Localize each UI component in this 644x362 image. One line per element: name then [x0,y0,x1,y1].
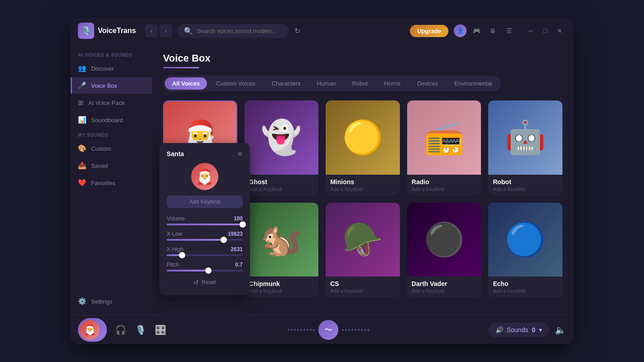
dot [367,329,369,331]
dot [342,329,344,331]
dot [300,329,302,331]
sidebar-label-saved: Saved [91,162,108,169]
search-icon: 🔍 [184,27,193,35]
sidebar-label-voicebox: Voice Box [91,82,117,89]
xlow-slider-track[interactable] [167,239,243,241]
waveform-area: 〜 [174,320,483,340]
popup-close-button[interactable]: ✕ [237,150,243,157]
sidebar-item-saved[interactable]: 📥 Saved [71,157,152,174]
sidebar-label-settings: Settings [91,298,112,305]
xhigh-slider-row: X-High 2631 [167,246,243,256]
sounds-chevron-icon: ▾ [539,326,542,333]
reset-icon: ↺ [193,279,199,286]
sidebar-label-favorites: Favorites [91,180,115,186]
sidebar-section-my: MY SOUNDS [71,129,152,139]
sounds-count: 0 [532,326,535,333]
bottom-bar: 🎅 🎧 🎙️ 🎛️ 〜 [71,315,573,344]
forward-button[interactable]: › [159,24,172,37]
minimize-button[interactable]: ─ [524,24,537,37]
discord-icon[interactable]: 🎮 [470,24,483,37]
dot [310,329,312,331]
menu-icon[interactable]: ☰ [503,24,515,37]
title-bar: 🎙️ VoiceTrans ‹ › 🔍 ↻ Upgrade 👤 🎮 🖥 ☰ ─ … [71,18,573,43]
popup-overlay: Santa ✕ 🎅 Add Keybind Volume 100 [152,43,573,315]
dot [348,329,350,331]
sidebar-item-voicebox[interactable]: 🎤 Voice Box [71,77,152,94]
app-logo-icon: 🎙️ [78,23,94,39]
volume-slider-track[interactable] [167,224,243,225]
window-controls: ─ □ ✕ [524,24,566,37]
sidebar-item-discover[interactable]: 👥 Discover [71,60,152,76]
nav-arrows: ‹ › [145,24,172,37]
xlow-slider-row: X-Low 19823 [167,231,243,241]
sidebar-item-custom[interactable]: 🎨 Custom [71,140,152,157]
waveform-icon[interactable]: 〜 [318,320,338,340]
sidebar-section-ai: AI VOICES & SOUNDS [71,49,152,59]
dot [351,329,353,331]
waveform-dots-right [342,329,369,331]
volume-slider-row: Volume 100 [167,215,243,225]
back-button[interactable]: ‹ [145,24,158,37]
search-input[interactable] [197,28,283,34]
sidebar-item-settings[interactable]: ⚙️ Settings [71,293,152,310]
discover-icon: 👥 [78,64,87,72]
mic-icon[interactable]: 🎙️ [132,322,149,338]
pitch-slider-row: Pitch 0.7 [167,262,243,272]
xlow-label: X-Low [167,231,182,237]
custom-icon: 🎨 [78,144,87,152]
maximize-button[interactable]: □ [539,24,552,37]
dot [307,329,308,331]
refresh-icon[interactable]: ↻ [294,27,300,35]
popup-avatar: 🎅 [191,163,218,190]
sidebar-label-soundboard: Soundboard [91,117,123,124]
sounds-label: Sounds [507,326,528,333]
dot [364,329,366,331]
content-area: Voice Box All Voices Custom Voices Chara… [152,43,573,315]
volume-icon[interactable]: 🔈 [555,324,566,335]
dot [355,329,356,331]
dot [291,329,293,331]
title-icons: 👤 🎮 🖥 ☰ [454,24,515,37]
settings-icon: ⚙️ [78,297,87,305]
soundboard-icon: 📊 [78,116,87,124]
volume-value: 100 [234,215,243,222]
dot [297,329,299,331]
sidebar-item-favorites[interactable]: ❤️ Favorites [71,175,152,191]
sidebar-label-custom: Custom [91,145,111,152]
screen-icon[interactable]: 🖥 [486,24,499,37]
dot [358,329,360,331]
upgrade-button[interactable]: Upgrade [410,25,448,37]
pitch-value: 0.7 [235,262,243,268]
bottom-player[interactable]: 🎅 [78,318,107,342]
popup-title: Santa [167,150,184,157]
sidebar-label-discover: Discover [91,65,114,72]
dot [288,329,289,331]
app-name: VoiceTrans [98,27,136,35]
popup-header: Santa ✕ [167,150,243,157]
headphone-icon[interactable]: 🎧 [112,322,129,338]
equalizer-icon[interactable]: 🎛️ [152,322,168,338]
xhigh-value: 2631 [231,246,243,252]
voicebox-icon: 🎤 [78,81,87,90]
pitch-slider-track[interactable] [167,270,243,272]
dot [313,329,315,331]
reset-button[interactable]: ↺ Reset [190,277,219,288]
search-bar[interactable]: 🔍 [178,24,289,38]
user-avatar-icon[interactable]: 👤 [454,24,466,37]
logo-area: 🎙️ VoiceTrans [78,23,136,39]
add-keybind-button[interactable]: Add Keybind [167,195,243,208]
volume-label: Volume [167,215,185,222]
favorites-icon: ❤️ [78,179,87,187]
sidebar-item-soundboard[interactable]: 📊 Soundboard [71,112,152,128]
close-button[interactable]: ✕ [553,24,566,37]
sounds-wave-icon: 🔊 [495,326,503,333]
xhigh-label: X-High [167,246,183,252]
xhigh-slider-track[interactable] [167,254,243,256]
sidebar-label-aivoicepack: AI Voice Pack [88,100,125,106]
sounds-button[interactable]: 🔊 Sounds 0 ▾ [488,323,549,337]
player-avatar: 🎅 [80,320,100,340]
dot [294,329,296,331]
saved-icon: 📥 [78,162,87,170]
sidebar-item-aivoicepack[interactable]: ⊞ AI Voice Pack [71,95,152,111]
reset-label: Reset [202,279,216,286]
